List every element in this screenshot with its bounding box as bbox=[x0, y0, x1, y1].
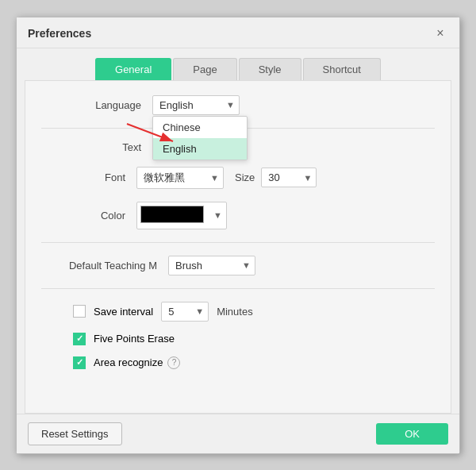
default-teaching-select[interactable]: Brush bbox=[168, 256, 255, 275]
tab-shortcut[interactable]: Shortcut bbox=[303, 58, 381, 80]
close-button[interactable]: × bbox=[432, 25, 448, 41]
tab-style[interactable]: Style bbox=[239, 58, 301, 80]
save-interval-label: Save interval bbox=[94, 306, 153, 318]
save-interval-checkbox[interactable] bbox=[73, 305, 86, 318]
language-label: Language bbox=[41, 99, 152, 111]
save-interval-select[interactable]: 5 bbox=[161, 302, 209, 322]
area-recognize-row: Area recognize ? bbox=[73, 356, 435, 369]
color-select[interactable] bbox=[136, 202, 227, 229]
dialog-title: Preferences bbox=[28, 27, 91, 40]
save-interval-select-wrapper: 5 ▼ bbox=[161, 302, 209, 322]
save-interval-row: Save interval 5 ▼ Minutes bbox=[73, 302, 435, 322]
content-area: Language English ▼ Chinese English bbox=[25, 80, 451, 414]
default-teaching-select-wrapper: Brush ▼ bbox=[168, 256, 255, 275]
default-teaching-row: Default Teaching M Brush ▼ bbox=[41, 256, 435, 275]
preferences-dialog: Preferences × General Page Style Shortcu… bbox=[16, 17, 460, 454]
language-select[interactable]: English bbox=[152, 95, 240, 115]
language-select-wrapper: English ▼ Chinese English bbox=[152, 95, 240, 115]
color-row: Color ▼ bbox=[89, 202, 435, 229]
tab-page[interactable]: Page bbox=[173, 58, 236, 80]
color-select-wrapper: ▼ bbox=[136, 202, 227, 229]
area-recognize-help-icon[interactable]: ? bbox=[167, 356, 180, 369]
font-select[interactable]: 微软雅黑 bbox=[136, 167, 224, 189]
five-points-erase-row: Five Points Erase bbox=[73, 333, 435, 345]
size-label: Size bbox=[235, 171, 255, 183]
tab-general[interactable]: General bbox=[95, 58, 171, 80]
divider-2 bbox=[41, 242, 435, 243]
footer: Reset Settings OK bbox=[17, 414, 459, 453]
language-option-chinese[interactable]: Chinese bbox=[153, 117, 247, 138]
text-label: Text bbox=[41, 141, 152, 153]
five-points-erase-label: Five Points Erase bbox=[94, 333, 175, 345]
area-recognize-label: Area recognize bbox=[94, 356, 163, 368]
color-swatch bbox=[140, 206, 204, 223]
title-bar: Preferences × bbox=[17, 17, 459, 48]
save-interval-unit: Minutes bbox=[217, 306, 253, 318]
ok-button[interactable]: OK bbox=[376, 423, 448, 445]
language-option-english[interactable]: English bbox=[153, 138, 247, 160]
font-row: Font 微软雅黑 ▼ Size 30 ▼ bbox=[89, 167, 435, 189]
divider-3 bbox=[41, 288, 435, 289]
reset-settings-button[interactable]: Reset Settings bbox=[28, 422, 122, 445]
five-points-erase-checkbox[interactable] bbox=[73, 333, 86, 345]
area-recognize-checkbox[interactable] bbox=[73, 356, 86, 369]
font-select-wrapper: 微软雅黑 ▼ bbox=[136, 167, 224, 189]
default-teaching-label: Default Teaching M bbox=[41, 260, 168, 272]
language-row: Language English ▼ Chinese English bbox=[41, 95, 435, 115]
size-select[interactable]: 30 bbox=[261, 168, 317, 187]
tabs-container: General Page Style Shortcut bbox=[17, 48, 459, 80]
font-label: Font bbox=[89, 171, 136, 183]
language-dropdown-menu: Chinese English bbox=[152, 116, 248, 160]
size-select-wrapper: 30 ▼ bbox=[261, 168, 317, 187]
color-label: Color bbox=[89, 210, 136, 222]
